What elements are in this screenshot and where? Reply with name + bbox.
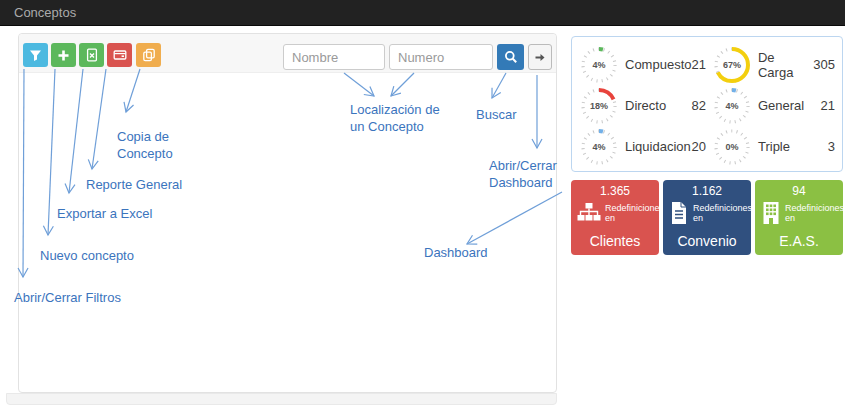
card-number: 94 [761,185,837,198]
excel-file-icon [85,48,99,62]
annotation-copia-concepto: Copia de Concepto [117,128,173,162]
card-eas[interactable]: 94 Redefiniciones en E.A.S. [755,180,843,255]
building-icon [761,201,781,225]
gauge-label: Liquidacion [625,139,691,154]
card-label: Clientes [577,233,653,249]
gauge-dial: 67% [712,45,752,85]
search-icon [504,50,518,64]
report-icon [113,48,127,62]
copy-icon [142,48,156,62]
gauge-triple: 0% Triple 3 [712,126,835,167]
gauge-value: 82 [691,98,705,113]
annotation-localizacion: Localización de un Concepto [350,101,440,135]
gauge-de-carga: 67% De Carga 305 [712,44,835,85]
card-middle-text: Redefiniciones en [693,203,752,223]
annotation-exportar-excel: Exportar a Excel [57,205,152,222]
gauge-label: Directo [625,98,691,113]
sitemap-icon [577,202,601,224]
gauge-dial: 4% [712,86,752,126]
card-number: 1.365 [577,185,653,198]
page-title: Conceptos [14,0,76,25]
gauge-value: 21 [821,98,835,113]
gauge-liquidacion: 4% Liquidacion 20 [579,126,706,167]
annotation-abrir-filtros: Abrir/Cerrar Filtros [14,289,121,306]
export-excel-button[interactable] [79,43,104,67]
copy-concept-button[interactable] [136,43,161,67]
annotation-buscar: Buscar [476,106,516,123]
gauge-label: General [758,98,821,113]
card-middle-text: Redefiniciones en [785,203,844,223]
app-screen: Conceptos [0,0,845,413]
toggle-dashboard-button[interactable] [528,44,552,70]
card-clientes[interactable]: 1.365 Redefiniciones en Clientes [571,180,659,255]
gauge-label: De Carga [758,50,813,80]
annotation-dashboard: Dashboard [424,244,488,261]
plus-icon [57,49,70,62]
annotation-nuevo-concepto: Nuevo concepto [40,247,134,264]
gauge-general: 4% General 21 [712,85,835,126]
report-button[interactable] [107,43,132,67]
numero-input[interactable] [389,44,493,70]
gauge-dial: 18% [579,86,619,126]
gauge-value: 20 [691,139,705,154]
annotation-abrir-dashboard: Abrir/Cerrar Dashboard [489,157,557,191]
gauge-label: Compuesto [625,57,691,72]
nombre-input[interactable] [283,44,385,70]
gauge-directo: 18% Directo 82 [579,85,706,126]
card-label: E.A.S. [761,233,837,249]
gauge-compuesto: 4% Compuesto 21 [579,44,706,85]
gauge-dial: 4% [579,127,619,167]
filter-button[interactable] [23,43,48,67]
document-icon [669,201,689,225]
card-number: 1.162 [669,185,745,198]
card-label: Convenio [669,233,745,249]
gauge-dial: 4% [579,45,619,85]
annotation-reporte-general: Reporte General [86,176,182,193]
card-middle-text: Redefiniciones en [605,203,664,223]
panel-footer [6,393,557,405]
new-concept-button[interactable] [51,43,76,67]
filter-icon [29,49,42,62]
top-navbar: Conceptos [0,0,845,26]
gauge-value: 3 [828,139,835,154]
search-button[interactable] [497,44,524,70]
dashboard-gauges-panel: 4% Compuesto 21 67% De Carga 305 18% Dir… [571,36,843,172]
gauge-dial: 0% [712,127,752,167]
gauge-label: Triple [758,139,828,154]
arrow-right-icon [534,51,547,64]
gauge-value: 21 [691,57,705,72]
card-convenio[interactable]: 1.162 Redefiniciones en Convenio [663,180,751,255]
gauge-value: 305 [813,57,835,72]
